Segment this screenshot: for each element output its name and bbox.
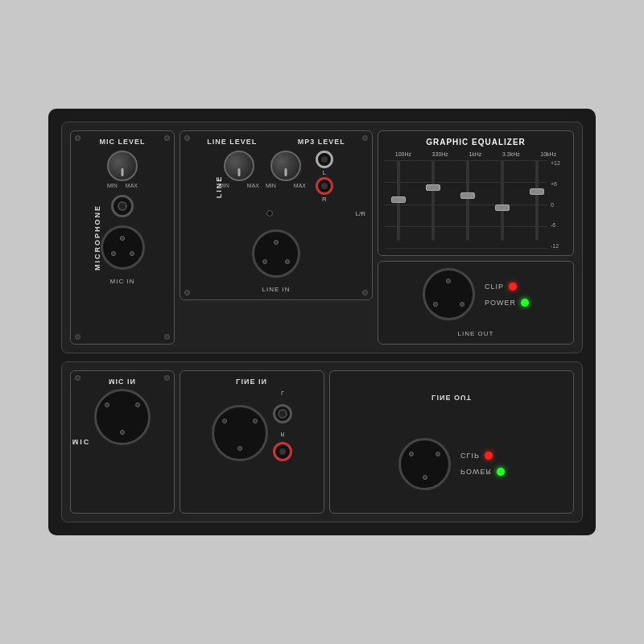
eq-thumb-4 [495,204,510,211]
xlr-pin-1 [120,430,125,435]
xlr-connector-mic[interactable] [101,225,145,270]
rca-inner-r [321,183,328,189]
bottom-right-section: LINE OUT POWER CLIP [329,370,574,514]
eq-scale-5: -12 [551,243,567,249]
eq-title: GRAPHIC EQUALIZER [385,138,567,147]
xlr-connector-lineout[interactable] [423,268,475,320]
line-mp3-row: LINE MIN MAX MIN MAX [219,151,333,204]
xlr-pin-3 [436,452,440,456]
power-label: POWER [485,299,516,307]
screw [164,334,170,340]
xlr-pin-1 [422,475,427,480]
line-level-title: LINE LEVEL [207,138,257,146]
eq-scale-2: +6 [551,181,567,187]
screw [184,290,190,295]
mp3-level-knob[interactable] [270,151,301,181]
line-panel: LINE LEVEL MP3 LEVEL LINE MIN MAX [180,130,373,300]
xlr-pin-2 [409,452,414,456]
line-knob-labels: MIN MAX [219,183,259,188]
mic-knob-container: MIN MAX [107,151,138,188]
eq-slider-track-1[interactable] [397,160,400,241]
bottom-power-label: POWER [460,469,492,477]
bottom-rca-r[interactable] [273,442,292,461]
screw [75,334,80,340]
mic-knob-labels: MIN MAX [107,183,138,188]
eq-freq-4: 3.3kHz [502,151,520,157]
eq-sliders [385,160,551,249]
eq-panel: GRAPHIC EQUALIZER 100Hz 330Hz 1kHz 3.3kH… [378,130,574,256]
bottom-rca-r-label: R [273,431,292,437]
xlr-pin-2 [105,402,109,407]
line-knob-group: LINE MIN MAX [219,151,259,188]
eq-scale-3: 0 [551,202,567,208]
bottom-lineout-title: LINE OUT [431,394,472,402]
bottom-xlr-mic[interactable] [94,389,151,445]
bottom-quarter-jack[interactable] [273,404,292,423]
line-xlr-row [252,225,300,283]
eq-slider-track-2[interactable] [431,160,435,241]
bottom-clip-row: CLIP [460,452,505,460]
mic-knob-max: MAX [126,183,138,188]
eq-slider-track-4[interactable] [501,160,504,241]
bottom-rca-l-label: L [273,390,292,396]
eq-sliders-container: +12 +6 0 -6 -12 [385,160,567,249]
lr-label: L/R [356,210,365,217]
indicators: CLIP POWER [485,283,529,307]
screw [164,135,170,141]
mic-bottom-label: MIC IN [110,278,135,285]
xlr-connector-line[interactable] [252,229,300,278]
clip-led [509,283,517,291]
line-out-bottom-label: LINE OUT [458,330,494,337]
rca-jack-r[interactable] [316,177,333,195]
bottom-xlr-line[interactable] [212,405,268,461]
eq-freq-labels: 100Hz 330Hz 1kHz 3.3kHz 10kHz [385,151,567,157]
xlr-pin-1 [237,446,242,451]
bottom-mic-vertical-label: MIC [72,438,91,446]
line-bottom-label: LINE IN [262,286,290,293]
xlr-pin-2 [222,419,227,423]
quarter-jack-input[interactable] [111,195,134,217]
xlr-pin-2 [111,251,116,256]
xlr-pin-1 [446,279,451,283]
eq-scale-4: -6 [551,222,567,228]
bottom-section: MIC IN MIC LINE IN [61,361,583,522]
bottom-mic-title: MIC IN [109,378,136,386]
line-level-knob[interactable] [224,151,254,181]
bottom-power-led [497,469,505,477]
bottom-rca-group: R L [273,390,292,461]
eq-slider-3 [466,160,469,241]
mic-level-title: MIC LEVEL [99,138,145,146]
quarter-jack-inner [278,409,287,419]
xlr-pin-3 [253,419,258,423]
line-dot [266,210,273,217]
eq-slider-track-3[interactable] [466,160,469,241]
bottom-xlr-lineout[interactable] [398,438,451,490]
xlr-pin-1 [274,240,279,245]
rca-l-label: L [323,169,326,176]
bottom-line-connectors: R L [212,390,292,461]
screw [184,135,190,141]
eq-scale: +12 +6 0 -6 -12 [551,160,567,249]
bottom-mic-panel: MIC IN MIC [70,370,175,514]
eq-thumb-2 [426,184,440,191]
eq-slider-5 [535,160,539,241]
rca-jack-l[interactable] [316,151,333,168]
bottom-lineout-panel: LINE OUT POWER CLIP [329,370,574,514]
clip-indicator-row: CLIP [485,283,529,291]
bottom-power-row: POWER [460,469,505,477]
rca-group: L R [316,151,333,204]
line-mp3-titles: LINE LEVEL MP3 LEVEL [187,138,365,151]
clip-label: CLIP [485,283,504,291]
mic-level-knob[interactable] [107,151,138,181]
rca-inner [279,448,286,455]
eq-thumb-1 [391,196,406,203]
main-panel: MICROPHONE MIC LEVEL MIN MAX MIC IN [48,109,596,535]
power-indicator-row: POWER [485,299,529,307]
line-out-row: CLIP POWER LINE OUT [378,261,574,345]
eq-slider-2 [431,160,435,241]
line-knob-max: MAX [247,183,259,188]
eq-slider-track-5[interactable] [535,160,539,241]
power-led [521,299,529,307]
xlr-pin-1 [120,236,125,241]
mic-knob-min: MIN [107,183,118,188]
